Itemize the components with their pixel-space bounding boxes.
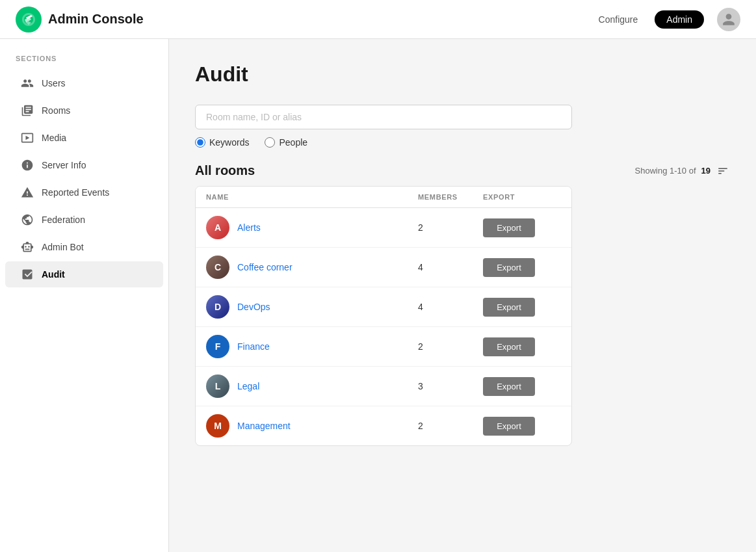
sidebar-item-audit-label: Audit [42,269,65,280]
sidebar-item-rooms-label: Rooms [42,105,70,116]
export-button[interactable]: Export [483,417,535,436]
table-column-headers: NAME MEMBERS EXPORT [196,187,571,208]
keywords-radio-label[interactable]: Keywords [195,137,249,148]
sidebar-item-audit[interactable]: Audit [5,261,163,287]
audit-icon [21,268,34,281]
sidebar-item-rooms[interactable]: Rooms [5,98,163,124]
room-cell: C Coffee corner [206,256,418,279]
sidebar-item-federation-label: Federation [42,215,85,225]
sidebar-item-users[interactable]: Users [5,70,163,96]
members-count: 3 [418,381,483,391]
export-button[interactable]: Export [483,258,535,277]
filter-radio-group: Keywords People [195,137,730,148]
export-cell: Export [483,218,561,237]
header: Admin Console Configure Admin [0,0,756,39]
table-row: C Coffee corner 4 Export [196,248,571,287]
table-body: A Alerts 2 Export C Coffee corner 4 Expo… [196,208,571,445]
showing-total: 19 [701,166,710,176]
sidebar-item-reported-events[interactable]: Reported Events [5,179,163,205]
table-row: D DevOps 4 Export [196,287,571,327]
room-cell: M Management [206,414,418,438]
people-label: People [279,137,307,148]
col-header-name: NAME [206,193,418,201]
export-cell: Export [483,298,561,317]
sidebar-item-server-info-label: Server Info [42,160,86,170]
export-cell: Export [483,258,561,277]
reported-events-icon [21,186,34,199]
export-button[interactable]: Export [483,218,535,237]
sidebar-item-server-info[interactable]: Server Info [5,152,163,178]
room-cell: L Legal [206,375,418,398]
rooms-icon [21,104,34,117]
room-avatar: F [206,335,229,358]
people-radio-label[interactable]: People [265,137,307,148]
search-input[interactable] [195,105,572,129]
table-header-row: All rooms Showing 1-10 of 19 [195,163,730,178]
users-icon [21,77,34,90]
keywords-label: Keywords [209,137,249,148]
room-avatar: A [206,216,229,239]
members-count: 2 [418,341,483,352]
server-info-icon [21,159,34,172]
sidebar-item-federation[interactable]: Federation [5,207,163,233]
room-avatar: M [206,414,229,438]
room-cell: F Finance [206,335,418,358]
room-cell: A Alerts [206,216,418,239]
export-button[interactable]: Export [483,377,535,396]
app-logo-icon [16,7,42,33]
sort-icon[interactable] [716,164,730,178]
main-content: Audit Keywords People All rooms Showing … [169,39,756,469]
sidebar-item-admin-bot[interactable]: Admin Bot [5,234,163,260]
keywords-radio[interactable] [195,137,205,148]
table-row: L Legal 3 Export [196,367,571,406]
room-avatar: D [206,295,229,319]
app-title: Admin Console [48,12,144,27]
room-name[interactable]: Finance [237,341,270,352]
showing-prefix: Showing 1-10 of [635,166,696,176]
export-button[interactable]: Export [483,298,535,317]
people-radio[interactable] [265,137,275,148]
sidebar-item-media-label: Media [42,133,66,143]
admin-nav-button[interactable]: Admin [655,10,704,29]
room-cell: D DevOps [206,295,418,319]
sidebar-item-reported-events-label: Reported Events [42,187,109,198]
top-nav: Configure Admin [587,10,704,29]
table-row: M Management 2 Export [196,406,571,445]
sidebar: SECTIONS Users Rooms Media Server Info [0,39,169,469]
room-name[interactable]: Coffee corner [237,262,293,272]
sidebar-item-users-label: Users [42,78,66,88]
col-header-export: EXPORT [483,193,561,201]
members-count: 2 [418,421,483,431]
members-count: 2 [418,222,483,233]
page-title: Audit [195,62,730,86]
members-count: 4 [418,262,483,272]
room-name[interactable]: Management [237,421,291,431]
admin-bot-icon [21,241,34,254]
federation-icon [21,213,34,226]
members-count: 4 [418,302,483,312]
layout: SECTIONS Users Rooms Media Server Info [0,39,756,469]
room-avatar: L [206,375,229,398]
table-row: F Finance 2 Export [196,327,571,367]
export-cell: Export [483,417,561,436]
export-cell: Export [483,377,561,396]
room-name[interactable]: Legal [237,381,259,391]
sidebar-item-media[interactable]: Media [5,125,163,151]
table-row: A Alerts 2 Export [196,208,571,248]
col-header-members: MEMBERS [418,193,483,201]
room-name[interactable]: DevOps [237,302,270,312]
sidebar-item-admin-bot-label: Admin Bot [42,242,84,252]
logo-area: Admin Console [16,7,587,33]
rooms-table: NAME MEMBERS EXPORT A Alerts 2 Export C … [195,186,572,446]
media-icon [21,131,34,144]
sections-label: SECTIONS [0,55,168,62]
all-rooms-label: All rooms [195,163,255,178]
export-button[interactable]: Export [483,337,535,356]
export-cell: Export [483,337,561,356]
user-avatar[interactable] [717,8,740,31]
configure-nav-button[interactable]: Configure [587,10,650,29]
showing-text: Showing 1-10 of 19 [635,164,730,178]
room-name[interactable]: Alerts [237,222,261,233]
room-avatar: C [206,256,229,279]
